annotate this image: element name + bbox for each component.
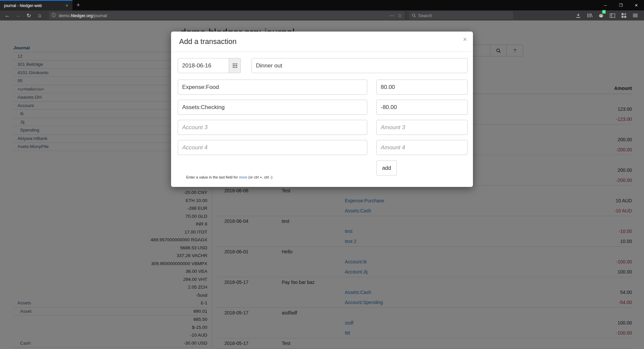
date-picker-button[interactable] bbox=[229, 58, 241, 73]
calendar-grid-icon bbox=[233, 63, 237, 68]
toolbar-icons: 0 bbox=[574, 11, 642, 19]
account-3-input[interactable] bbox=[178, 120, 367, 135]
sidebar-toggle-icon[interactable] bbox=[608, 11, 617, 19]
account-1-input[interactable] bbox=[178, 80, 367, 95]
new-tab-button[interactable]: + bbox=[72, 0, 84, 10]
add-transaction-modal: Add a transaction × add Enter a value in… bbox=[171, 32, 473, 187]
date-input[interactable] bbox=[178, 58, 229, 73]
amount-3-input[interactable] bbox=[376, 120, 468, 135]
page-actions-icon[interactable]: ⋯ bbox=[389, 13, 394, 18]
site-info-icon[interactable]: ⓘ bbox=[52, 12, 56, 18]
tab-close-icon[interactable]: × bbox=[64, 2, 70, 9]
account-4-input[interactable] bbox=[178, 140, 367, 155]
window-controls: ─ ❐ ✕ bbox=[598, 0, 644, 10]
description-input[interactable] bbox=[252, 58, 468, 73]
modal-close-icon[interactable]: × bbox=[463, 36, 467, 43]
minimize-button[interactable]: ─ bbox=[598, 0, 613, 10]
navigation-toolbar: ← → ↻ ⌂ ⓘ demo.hledger.org/journal ⋯ ☆ 0 bbox=[0, 10, 644, 20]
browser-search-bar[interactable] bbox=[409, 11, 513, 19]
url-bar[interactable]: ⓘ demo.hledger.org/journal ⋯ ☆ bbox=[49, 11, 405, 19]
amount-2-input[interactable] bbox=[376, 100, 468, 115]
modal-hint: Enter a value in the last field for more… bbox=[186, 175, 272, 179]
tab-bar: journal - hledger-web × + ─ ❐ ✕ bbox=[0, 0, 644, 10]
more-link[interactable]: more bbox=[239, 175, 247, 179]
back-icon[interactable]: ← bbox=[2, 12, 13, 18]
downloads-icon[interactable] bbox=[574, 11, 583, 19]
browser-search-input[interactable] bbox=[418, 13, 499, 18]
extension-icon[interactable]: 0 bbox=[596, 11, 606, 19]
screenshots-grid-icon[interactable] bbox=[619, 11, 629, 19]
close-button[interactable]: ✕ bbox=[629, 0, 644, 10]
bookmark-star-icon[interactable]: ☆ bbox=[397, 13, 402, 18]
modal-header: Add a transaction × bbox=[171, 32, 473, 52]
restore-button[interactable]: ❐ bbox=[613, 0, 629, 10]
amount-1-input[interactable] bbox=[376, 80, 468, 95]
url-text: demo.hledger.org/journal bbox=[59, 13, 386, 18]
library-icon[interactable] bbox=[585, 11, 594, 19]
modal-title: Add a transaction bbox=[179, 37, 236, 46]
forward-icon[interactable]: → bbox=[13, 12, 23, 18]
browser-chrome: journal - hledger-web × + ─ ❐ ✕ ← → ↻ ⌂ … bbox=[0, 0, 644, 20]
menu-hamburger-icon[interactable] bbox=[631, 11, 640, 19]
search-icon bbox=[412, 13, 416, 17]
extension-badge: 0 bbox=[602, 10, 606, 14]
account-2-input[interactable] bbox=[178, 100, 367, 115]
home-icon[interactable]: ⌂ bbox=[34, 12, 45, 18]
browser-tab[interactable]: journal - hledger-web × bbox=[0, 0, 72, 10]
amount-4-input[interactable] bbox=[376, 140, 468, 155]
add-button[interactable]: add bbox=[376, 160, 397, 176]
reload-icon[interactable]: ↻ bbox=[23, 12, 34, 19]
tab-title: journal - hledger-web bbox=[4, 3, 64, 8]
